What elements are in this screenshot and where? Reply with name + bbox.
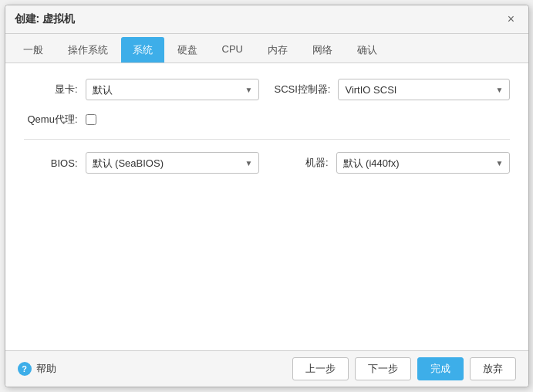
- footer: ? 帮助 上一步 下一步 完成 放弃: [5, 350, 528, 387]
- abort-button[interactable]: 放弃: [470, 357, 516, 380]
- tab-os[interactable]: 操作系统: [56, 37, 120, 63]
- tab-memory[interactable]: 内存: [256, 37, 299, 63]
- display-select[interactable]: 默认: [86, 79, 259, 100]
- back-button[interactable]: 上一步: [292, 357, 349, 380]
- display-group: 显卡: 默认 ▼: [24, 79, 259, 100]
- machine-select-wrapper: 默认 (i440fx) ▼: [336, 152, 510, 174]
- tab-general[interactable]: 一般: [12, 37, 55, 63]
- qemu-label: Qemu代理:: [24, 113, 78, 127]
- title-bar: 创建: 虚拟机 ×: [5, 5, 528, 34]
- display-label: 显卡:: [24, 83, 78, 96]
- next-button[interactable]: 下一步: [355, 357, 411, 380]
- footer-left: ? 帮助: [18, 362, 56, 376]
- close-button[interactable]: ×: [504, 12, 519, 27]
- help-icon[interactable]: ?: [18, 362, 32, 376]
- bios-group: BIOS: 默认 (SeaBIOS) ▼: [24, 152, 259, 174]
- bios-label: BIOS:: [24, 157, 78, 169]
- footer-right: 上一步 下一步 完成 放弃: [292, 357, 516, 380]
- tab-confirm[interactable]: 确认: [346, 37, 389, 63]
- scsi-select[interactable]: VirtIO SCSI: [338, 79, 509, 100]
- bios-machine-row: BIOS: 默认 (SeaBIOS) ▼ 机器: 默认 (i440fx) ▼: [24, 152, 510, 174]
- finish-button[interactable]: 完成: [417, 357, 464, 380]
- qemu-group: Qemu代理:: [24, 113, 259, 127]
- scsi-label: SCSI控制器:: [275, 83, 331, 96]
- qemu-checkbox-wrapper: [86, 114, 96, 125]
- help-label: 帮助: [36, 362, 56, 376]
- machine-label: 机器:: [275, 156, 329, 170]
- machine-select[interactable]: 默认 (i440fx): [336, 152, 510, 174]
- content-area: 显卡: 默认 ▼ SCSI控制器: VirtIO SCSI ▼: [5, 63, 528, 350]
- qemu-checkbox[interactable]: [86, 114, 96, 125]
- create-vm-dialog: 创建: 虚拟机 × 一般 操作系统 系统 硬盘 CPU 内存 网络 确认 显卡:…: [5, 5, 529, 387]
- tab-cpu[interactable]: CPU: [211, 37, 255, 63]
- bios-select[interactable]: 默认 (SeaBIOS): [86, 152, 259, 174]
- scsi-group: SCSI控制器: VirtIO SCSI ▼: [275, 79, 510, 100]
- section-divider: [24, 139, 510, 140]
- bios-select-wrapper: 默认 (SeaBIOS) ▼: [86, 152, 259, 174]
- tab-network[interactable]: 网络: [301, 37, 344, 63]
- tab-bar: 一般 操作系统 系统 硬盘 CPU 内存 网络 确认: [5, 34, 528, 63]
- qemu-row: Qemu代理:: [24, 113, 510, 127]
- tab-system[interactable]: 系统: [121, 37, 164, 63]
- dialog-title: 创建: 虚拟机: [15, 12, 76, 26]
- display-scsi-row: 显卡: 默认 ▼ SCSI控制器: VirtIO SCSI ▼: [24, 79, 510, 100]
- machine-group: 机器: 默认 (i440fx) ▼: [275, 152, 510, 174]
- tab-disk[interactable]: 硬盘: [166, 37, 209, 63]
- scsi-select-wrapper: VirtIO SCSI ▼: [338, 79, 509, 100]
- display-select-wrapper: 默认 ▼: [86, 79, 259, 100]
